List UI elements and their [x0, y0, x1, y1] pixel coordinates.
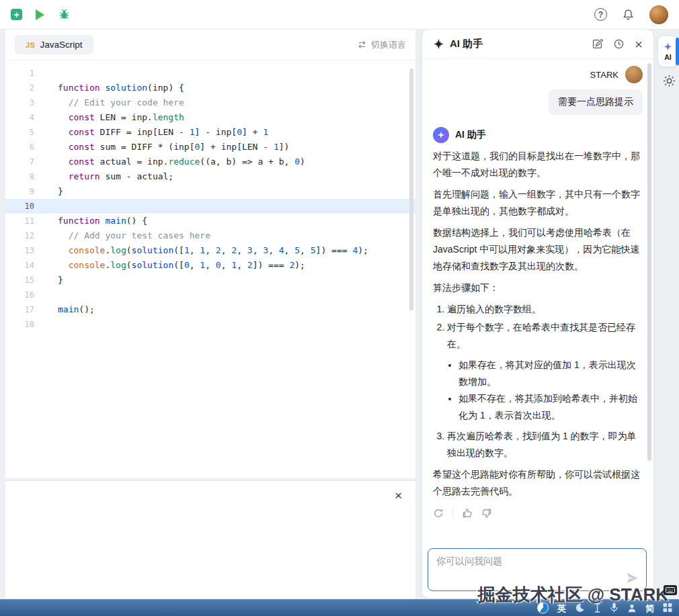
notifications-button[interactable]	[622, 8, 635, 21]
line-number: 5	[5, 125, 46, 140]
code-line-text: const DIFF = inp[LEN - 1] - inp[0] + 1	[46, 125, 268, 140]
ai-avatar-sparkle-icon	[437, 131, 445, 139]
code-line[interactable]: 3 // Edit your code here	[5, 95, 415, 110]
code-line-text: const sum = DIFF * (inp[0] + inp[LEN - 1…	[46, 140, 289, 155]
code-line[interactable]: 2function solution(inp) {	[5, 81, 415, 95]
code-line-text: }	[46, 184, 63, 199]
help-button[interactable]: ?	[594, 8, 607, 21]
code-line[interactable]: 5 const DIFF = inp[LEN - 1] - inp[0] + 1	[5, 125, 415, 140]
switch-language-label: 切换语言	[371, 39, 406, 51]
new-chat-icon[interactable]	[592, 38, 603, 50]
code-line-text: const LEN = inp.length	[46, 110, 184, 125]
code-line-text: main();	[46, 302, 95, 317]
code-area[interactable]: 12function solution(inp) {3 // Edit your…	[5, 60, 415, 332]
line-number: 7	[5, 155, 46, 169]
switch-language-button[interactable]: 切换语言	[357, 39, 406, 51]
ai-rail-button[interactable]: AI	[658, 36, 678, 67]
code-line[interactable]: 7 const actual = inp.reduce((a, b) => a …	[5, 155, 415, 169]
line-number: 17	[5, 302, 46, 317]
code-line[interactable]: 16	[5, 288, 415, 302]
run-button[interactable]	[36, 9, 44, 20]
user-name: STARK	[590, 70, 618, 80]
regenerate-icon[interactable]	[433, 508, 444, 519]
ai-assistant-panel: AI 助手 × STARK 需要一点思路提示	[422, 30, 653, 598]
line-number: 1	[5, 66, 46, 81]
active-panel-indicator	[676, 38, 679, 65]
thumbs-down-icon[interactable]	[481, 508, 492, 519]
gear-icon[interactable]	[662, 74, 676, 88]
add-icon: +	[11, 9, 22, 20]
line-number: 15	[5, 273, 46, 288]
switch-arrows-icon	[357, 40, 367, 50]
editor-header: JS JavaScript 切换语言	[5, 30, 415, 60]
debug-button[interactable]	[58, 8, 71, 21]
user-message-header: STARK	[433, 66, 643, 83]
code-line-text: const actual = inp.reduce((a, b) => a + …	[46, 155, 305, 169]
tab-javascript[interactable]: JS JavaScript	[15, 35, 93, 54]
step-item: 再次遍历哈希表，找到值为 1 的数字，即为单独出现的数字。	[447, 428, 643, 461]
code-editor-panel: JS JavaScript 切换语言 12function solution(i…	[5, 30, 415, 478]
code-line[interactable]: 11function main() {	[5, 214, 415, 228]
code-line-text: console.log(solution([1, 1, 2, 2, 3, 3, …	[46, 243, 368, 258]
ime-keyboard-icon[interactable]	[664, 585, 677, 595]
line-number: 13	[5, 243, 46, 258]
toolbar-left-group: +	[11, 8, 71, 21]
line-number: 3	[5, 95, 46, 110]
code-line[interactable]: 12 // Add your test cases here	[5, 228, 415, 243]
code-line[interactable]: 10	[5, 199, 415, 214]
ai-panel-title: AI 助手	[450, 38, 483, 50]
code-line[interactable]: 8 return sum - actual;	[5, 169, 415, 184]
javascript-icon: JS	[26, 41, 35, 49]
console-close-icon[interactable]: ×	[395, 489, 402, 502]
watermark: 掘金技术社区 @ STARK	[478, 583, 668, 607]
step-item: 遍历输入的数字数组。	[447, 301, 643, 318]
add-file-button[interactable]: +	[11, 9, 22, 20]
code-lines: 12function solution(inp) {3 // Edit your…	[5, 66, 415, 332]
line-number: 12	[5, 228, 46, 243]
code-line[interactable]: 17main();	[5, 302, 415, 317]
help-icon: ?	[594, 8, 607, 21]
code-line[interactable]: 1	[5, 66, 415, 81]
code-line[interactable]: 14 console.log(solution([0, 1, 0, 1, 2])…	[5, 258, 415, 273]
actions-divider	[452, 509, 453, 518]
assistant-paragraph: 对于这道题，我们的目标是找出在一堆数字中，那个唯一不成对出现的数字。	[433, 148, 643, 181]
code-line[interactable]: 4 const LEN = inp.length	[5, 110, 415, 125]
thumbs-up-icon[interactable]	[462, 508, 473, 519]
assistant-paragraph: 数据结构选择上，我们可以考虑使用哈希表（在 JavaScript 中可以用对象来…	[433, 224, 643, 275]
line-number: 4	[5, 110, 46, 125]
code-line[interactable]: 13 console.log(solution([1, 1, 2, 2, 3, …	[5, 243, 415, 258]
line-number: 10	[5, 199, 46, 214]
step-substeps: 如果存在，将其对应的值加 1，表示出现次数增加。如果不存在，将其添加到哈希表中，…	[447, 357, 643, 424]
ai-panel-header: AI 助手 ×	[422, 30, 653, 59]
ai-close-icon[interactable]: ×	[635, 38, 643, 51]
user-message-avatar[interactable]	[625, 66, 643, 83]
ai-panel-scrollbar[interactable]	[647, 63, 651, 461]
bell-icon	[622, 8, 635, 21]
line-number: 14	[5, 258, 46, 273]
message-actions	[433, 508, 643, 519]
user-avatar[interactable]	[649, 5, 668, 24]
assistant-message-header: AI 助手	[433, 127, 643, 143]
sparkle-icon	[433, 38, 444, 50]
assistant-message: AI 助手 对于这道题，我们的目标是找出在一堆数字中，那个唯一不成对出现的数字。…	[433, 127, 643, 519]
editor-scrollbar[interactable]	[409, 69, 413, 310]
history-icon[interactable]	[613, 38, 625, 50]
assistant-paragraph: 算法步骤如下：	[433, 279, 643, 296]
user-message: 需要一点思路提示	[433, 89, 643, 115]
code-line[interactable]: 18	[5, 317, 415, 332]
code-line[interactable]: 15}	[5, 273, 415, 288]
console-panel: ×	[5, 480, 415, 599]
code-line-text: }	[46, 273, 63, 288]
code-line[interactable]: 9}	[5, 184, 415, 199]
line-number: 16	[5, 288, 46, 302]
substep-item: 如果存在，将其对应的值加 1，表示出现次数增加。	[458, 357, 643, 390]
assistant-steps: 遍历输入的数字数组。对于每个数字，在哈希表中查找其是否已经存在。如果存在，将其对…	[433, 301, 643, 461]
code-line-text: function main() {	[46, 214, 147, 228]
code-line-text: console.log(solution([0, 1, 0, 1, 2]) ==…	[46, 258, 305, 273]
step-item: 对于每个数字，在哈希表中查找其是否已经存在。如果存在，将其对应的值加 1，表示出…	[447, 319, 643, 424]
line-number: 8	[5, 169, 46, 184]
code-line[interactable]: 6 const sum = DIFF * (inp[0] + inp[LEN -…	[5, 140, 415, 155]
ai-avatar	[433, 127, 449, 143]
ai-rail-sparkle-icon	[664, 42, 672, 51]
code-line-text: return sum - actual;	[46, 169, 173, 184]
